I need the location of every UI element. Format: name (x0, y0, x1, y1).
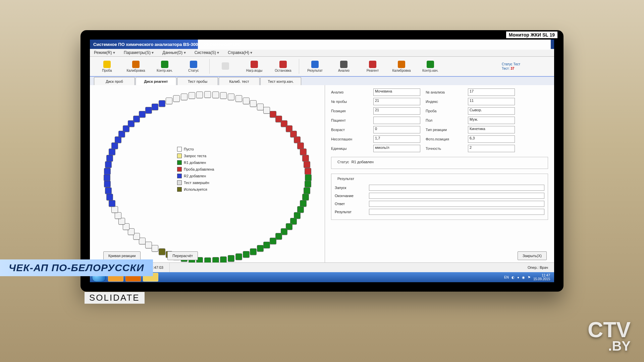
tray-icon[interactable]: ◐ (512, 276, 515, 279)
ring-slot[interactable] (302, 155, 309, 162)
ring-slot[interactable] (104, 174, 110, 181)
ring-slot[interactable] (305, 181, 311, 187)
ring-slot[interactable] (105, 187, 112, 194)
ring-slot[interactable] (104, 168, 111, 175)
ring-slot[interactable] (139, 238, 146, 244)
menu-item[interactable]: Параметры(S) (124, 50, 154, 55)
toolbar-button[interactable]: Нагр.воды (240, 57, 269, 76)
ring-slot[interactable] (275, 233, 282, 240)
field-value[interactable]: 6,3 (468, 135, 515, 143)
ring-slot[interactable] (105, 161, 112, 168)
field-value[interactable]: Мочевина (373, 88, 420, 96)
ring-slot[interactable] (257, 245, 264, 252)
menubar[interactable]: Режим(R)Параметры(S)Данные(D)Система(S)С… (90, 49, 554, 57)
reaction-curve-button[interactable]: Кривая реакции (103, 251, 141, 260)
field-value[interactable]: Кинетика (468, 126, 515, 133)
ring-slot[interactable] (212, 92, 219, 98)
ring-slot[interactable] (106, 194, 113, 200)
field-value[interactable] (373, 117, 420, 124)
ring-slot[interactable] (109, 200, 115, 207)
ring-slot[interactable] (152, 104, 158, 110)
tab[interactable]: Диск проб (94, 77, 135, 85)
toolbar-button[interactable] (211, 57, 240, 76)
ring-slot[interactable] (196, 92, 203, 98)
tab[interactable]: Тест пробы (177, 77, 218, 85)
menu-item[interactable]: Данные(D) (162, 50, 185, 55)
recalc-button[interactable]: Перерасчёт (167, 251, 198, 260)
ring-slot[interactable] (300, 148, 307, 155)
toolbar-button[interactable]: Контр.кач. (150, 57, 179, 76)
field-value[interactable]: 17 (468, 88, 515, 96)
tray-icon[interactable]: ◉ (522, 276, 525, 279)
ring-slot[interactable] (235, 253, 242, 260)
ring-slot[interactable] (159, 100, 165, 107)
toolbar-button[interactable]: Анализ (329, 57, 358, 76)
ring-slot[interactable] (263, 242, 270, 248)
ring-slot[interactable] (270, 238, 276, 244)
tab[interactable]: Диск реагент (136, 77, 176, 85)
toolbar-button[interactable]: Контр.кач. (416, 57, 445, 76)
ring-slot[interactable] (118, 218, 125, 225)
tray-clock[interactable]: 11:47 15.09.2015 (533, 274, 550, 281)
ring-slot[interactable] (104, 181, 111, 187)
ring-slot[interactable] (297, 206, 304, 213)
field-value[interactable]: 21 (373, 107, 420, 115)
ring-slot[interactable] (111, 142, 118, 149)
ring-slot[interactable] (220, 256, 227, 263)
ring-slot[interactable] (115, 136, 121, 143)
toolbar-button[interactable]: Результат (301, 57, 329, 76)
ring-slot[interactable] (300, 200, 307, 207)
ring-slot[interactable] (250, 248, 257, 255)
toolbar-button[interactable]: Остановка (269, 57, 298, 76)
tray-lang[interactable]: EN (504, 276, 509, 279)
ring-slot[interactable] (173, 95, 180, 102)
tab[interactable]: Калиб. тест (219, 77, 260, 85)
ring-slot[interactable] (181, 94, 187, 100)
toolbar-button[interactable]: Статус (179, 57, 208, 76)
field-value[interactable]: 0 (373, 126, 420, 133)
toolbar-button[interactable]: Проба (93, 57, 121, 76)
ring-slot[interactable] (263, 107, 270, 114)
tab[interactable]: Тест контр.кач. (260, 77, 301, 85)
ring-slot[interactable] (297, 142, 304, 149)
ring-slot[interactable] (305, 168, 311, 175)
field-value[interactable]: 11 (468, 98, 515, 105)
ring-slot[interactable] (109, 148, 115, 155)
ring-slot[interactable] (220, 92, 227, 99)
close-button[interactable]: Закрыть(X) (518, 251, 547, 260)
windows-taskbar[interactable]: EN ◐ ● ◉ ⚑ 11:47 15.09.2015 (90, 272, 554, 282)
ring-slot[interactable] (111, 206, 118, 213)
field-value[interactable]: Муж. (468, 117, 515, 124)
ring-slot[interactable] (228, 255, 234, 262)
ring-slot[interactable] (189, 92, 195, 99)
ring-slot[interactable] (145, 107, 152, 114)
ring-slot[interactable] (139, 111, 146, 118)
tray-icon[interactable]: ⚑ (528, 276, 531, 279)
field-value[interactable]: 1,7 (373, 135, 420, 143)
toolbar-button[interactable]: Калибровка (121, 57, 150, 76)
ring-slot[interactable] (166, 98, 172, 104)
field-value[interactable]: 21 (373, 98, 420, 105)
tray-icon[interactable]: ● (517, 276, 519, 279)
ring-slot[interactable] (115, 212, 121, 219)
toolbar-button[interactable]: Реагент (358, 57, 387, 76)
ring-slot[interactable] (304, 161, 310, 168)
field-value[interactable]: ммоль/л (373, 145, 420, 152)
ring-slot[interactable] (302, 194, 309, 200)
toolbar-button[interactable]: Калибровка (387, 57, 416, 76)
field-value[interactable]: Сывор. (468, 107, 515, 115)
ring-slot[interactable] (305, 174, 312, 181)
system-tray[interactable]: EN ◐ ● ◉ ⚑ 11:47 15.09.2015 (504, 274, 552, 281)
menu-item[interactable]: Режим(R) (94, 50, 115, 55)
ring-slot[interactable] (228, 94, 234, 100)
ring-slot[interactable] (257, 104, 264, 110)
menu-item[interactable]: Справка(H) (228, 50, 252, 55)
ring-slot[interactable] (235, 95, 242, 102)
ring-slot[interactable] (250, 100, 257, 107)
field-value[interactable]: 2 (468, 145, 515, 152)
ring-slot[interactable] (145, 242, 152, 248)
ring-slot[interactable] (106, 155, 113, 162)
ring-slot[interactable] (152, 245, 158, 252)
ring-slot[interactable] (243, 98, 250, 104)
ring-slot[interactable] (243, 251, 250, 258)
